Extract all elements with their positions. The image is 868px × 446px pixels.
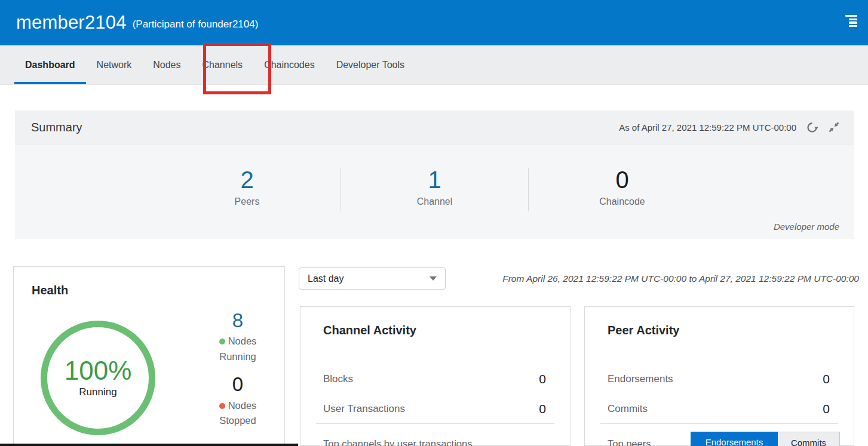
instance-subtitle: (Participant of founder2104) (133, 15, 259, 30)
commits-toggle-button[interactable]: Commits (778, 432, 840, 446)
peer-activity-card: Peer Activity Endorsements 0 Commits 0 T… (584, 306, 854, 446)
app-header: member2104 (Participant of founder2104) (0, 0, 868, 45)
hamburger-menu-icon[interactable] (845, 15, 857, 27)
top-peers-caption: Top peers (608, 438, 651, 446)
blocks-value: 0 (539, 372, 546, 386)
developer-mode-note: Developer mode (774, 222, 839, 232)
tab-developer-tools[interactable]: Developer Tools (326, 45, 415, 84)
tab-network[interactable]: Network (86, 45, 143, 84)
stat-channel-label: Channel (341, 196, 528, 207)
stat-peers-value: 2 (154, 167, 341, 192)
endorsements-value: 0 (823, 372, 830, 386)
summary-panel: Summary As of April 27, 2021 12:59:22 PM… (15, 110, 854, 239)
health-title: Health (32, 284, 68, 297)
running-status-dot-icon (219, 339, 225, 345)
user-transactions-value: 0 (539, 402, 546, 416)
commits-label: Commits (608, 403, 648, 415)
nodes-stopped-label: Nodes Stopped (202, 398, 274, 429)
summary-header-actions: As of April 27, 2021 12:59:22 PM UTC-00:… (619, 121, 840, 134)
table-row: User Transactions 0 (323, 394, 546, 424)
blocks-label: Blocks (323, 373, 353, 385)
divider (316, 423, 554, 424)
peer-activity-title: Peer Activity (608, 324, 679, 337)
refresh-icon[interactable] (806, 121, 818, 134)
divider (600, 423, 838, 424)
top-channels-caption: Top channels by user transactions (323, 438, 472, 446)
node-status-column: 8 Nodes Running 0 Nodes Stopped (202, 310, 274, 429)
table-row: Commits 0 (608, 394, 830, 424)
channel-activity-title: Channel Activity (323, 324, 416, 337)
as-of-timestamp: As of April 27, 2021 12:59:22 PM UTC-00:… (619, 122, 796, 133)
user-transactions-label: User Transactions (323, 403, 405, 415)
tab-nodes[interactable]: Nodes (142, 45, 191, 84)
table-row: Endorsements 0 (608, 364, 830, 394)
stat-chaincode-value: 0 (529, 167, 716, 192)
summary-body: 2 Peers 1 Channel 0 Chaincode Developer … (15, 144, 854, 239)
endorsements-label: Endorsements (608, 373, 673, 385)
nodes-running-label: Nodes Running (202, 334, 274, 364)
nodes-stopped-value: 0 (202, 374, 274, 395)
tab-channels[interactable]: Channels (192, 45, 254, 84)
stopped-status-dot-icon (219, 403, 225, 409)
tab-chaincodes[interactable]: Chaincodes (253, 45, 326, 84)
stat-channel: 1 Channel (341, 167, 528, 211)
commits-value: 0 (823, 402, 830, 416)
summary-stats: 2 Peers 1 Channel 0 Chaincode (15, 144, 854, 211)
health-gauge: 100% Running (41, 321, 155, 435)
channel-activity-card: Channel Activity Blocks 0 User Transacti… (300, 306, 571, 446)
instance-title: member2104 (16, 12, 127, 33)
top-peers-toggle: Endorsements Commits (691, 432, 840, 446)
stat-peers-label: Peers (154, 196, 341, 207)
tab-bar: Dashboard Network Nodes Channels Chainco… (0, 45, 868, 85)
time-range-select[interactable]: Last day (299, 267, 446, 290)
chevron-down-icon (430, 276, 437, 281)
summary-title: Summary (31, 121, 82, 134)
stat-channel-value: 1 (341, 167, 528, 192)
collapse-icon[interactable] (828, 121, 840, 133)
health-card: Health 100% Running 8 Nodes Running 0 No… (13, 266, 285, 446)
stat-chaincode: 0 Chaincode (529, 167, 716, 211)
health-gauge-label: Running (79, 386, 116, 398)
stat-peers: 2 Peers (154, 167, 341, 211)
table-row: Blocks 0 (323, 364, 546, 394)
stat-chaincode-label: Chaincode (529, 196, 716, 207)
channel-activity-rows: Blocks 0 User Transactions 0 (323, 364, 546, 424)
health-percent: 100% (65, 358, 132, 384)
bottom-edge-bar (0, 444, 298, 446)
time-range-caption: From April 26, 2021 12:59:22 PM UTC-00:0… (502, 273, 859, 284)
summary-header: Summary As of April 27, 2021 12:59:22 PM… (15, 110, 854, 144)
peer-activity-rows: Endorsements 0 Commits 0 (608, 364, 830, 424)
endorsements-toggle-button[interactable]: Endorsements (691, 432, 778, 446)
time-range-selected-value: Last day (308, 273, 430, 284)
nodes-running-value: 8 (202, 310, 274, 331)
tab-dashboard[interactable]: Dashboard (14, 45, 86, 84)
dashboard-page: member2104 (Participant of founder2104) … (0, 0, 868, 446)
